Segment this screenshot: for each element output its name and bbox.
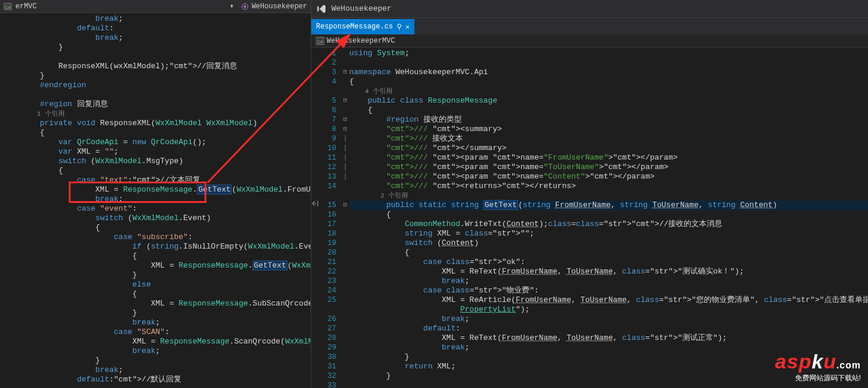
right-code-area[interactable]: 1234567891011121314151617181920212223242… [311, 47, 868, 388]
file-tab-row: ResponseMessage.cs ⚲ ✕ [311, 18, 868, 34]
svg-marker-4 [317, 6, 319, 12]
breadcrumb-project[interactable]: C# WeHousekeeperMVC [316, 37, 395, 45]
vs-window-titlebar: WeHousekeeper [311, 0, 868, 18]
vs-window-title: WeHousekeeper [331, 4, 391, 13]
svg-point-3 [244, 5, 246, 8]
right-breadcrumb-bar: C# WeHousekeeperMVC ▾ WeHousekeeperMVC.A… [311, 34, 868, 47]
right-gutter: 1234567891011121314151617181920212223242… [311, 47, 341, 388]
right-code-lines[interactable]: using System;namespace WeHousekeeperMVC.… [349, 47, 868, 388]
left-gutter [0, 13, 21, 388]
csharp-project-icon: C# [4, 2, 12, 11]
left-right-tab-indicator[interactable]: WeHousekeeper [241, 2, 307, 11]
method-icon [241, 2, 249, 11]
csharp-project-icon: C# [316, 37, 324, 45]
left-code-lines[interactable]: break; default: break; } ResponseXML(wxX… [21, 13, 311, 388]
dropdown-arrow-icon[interactable]: ▾ [227, 2, 236, 11]
watermark-logo: aspku.com 免费网站源码下载站! [775, 350, 861, 383]
left-breadcrumb-bar: C# erMVC ▾ WeHousekeeper [0, 0, 311, 13]
svg-marker-5 [320, 5, 326, 13]
tab-close-icon[interactable]: ✕ [406, 23, 410, 31]
tab-filename: ResponseMessage.cs [316, 23, 393, 31]
left-code-area[interactable]: break; default: break; } ResponseXML(wxX… [0, 13, 311, 388]
right-fold-column[interactable]: ⊟⊟⊟⊟│││││⊟ [341, 47, 349, 388]
left-margin-indicator [311, 199, 320, 210]
right-editor-panel: WeHousekeeper ResponseMessage.cs ⚲ ✕ C# … [311, 0, 868, 388]
svg-text:C#: C# [5, 4, 11, 9]
left-editor-panel: C# erMVC ▾ WeHousekeeper break; default:… [0, 0, 311, 388]
file-tab-responsemessage[interactable]: ResponseMessage.cs ⚲ ✕ [311, 19, 414, 34]
tab-pin-icon[interactable]: ⚲ [397, 23, 402, 31]
vs-logo-icon [316, 4, 327, 14]
left-header-title: erMVC [15, 2, 37, 11]
svg-text:C#: C# [317, 39, 323, 44]
